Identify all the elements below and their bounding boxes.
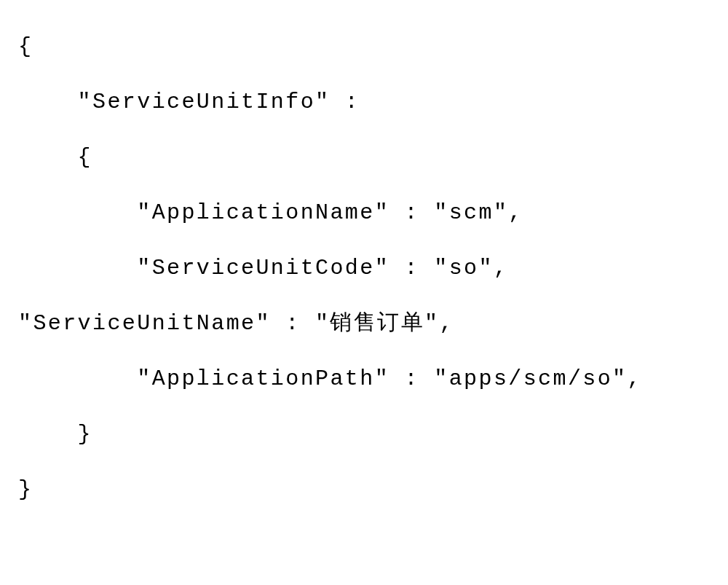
code-line-4: "ApplicationName" : "scm", <box>18 195 710 230</box>
code-line-5: "ServiceUnitCode" : "so", <box>18 251 710 286</box>
code-line-3: { <box>18 140 710 175</box>
code-line-8: } <box>18 417 710 452</box>
code-line-2: "ServiceUnitInfo" : <box>18 85 710 119</box>
code-line-1: { <box>18 29 710 64</box>
code-line-9: } <box>18 472 710 507</box>
code-line-6: "ServiceUnitName" : "销售订单", <box>18 306 710 341</box>
code-line-7: "ApplicationPath" : "apps/scm/so", <box>18 361 710 396</box>
